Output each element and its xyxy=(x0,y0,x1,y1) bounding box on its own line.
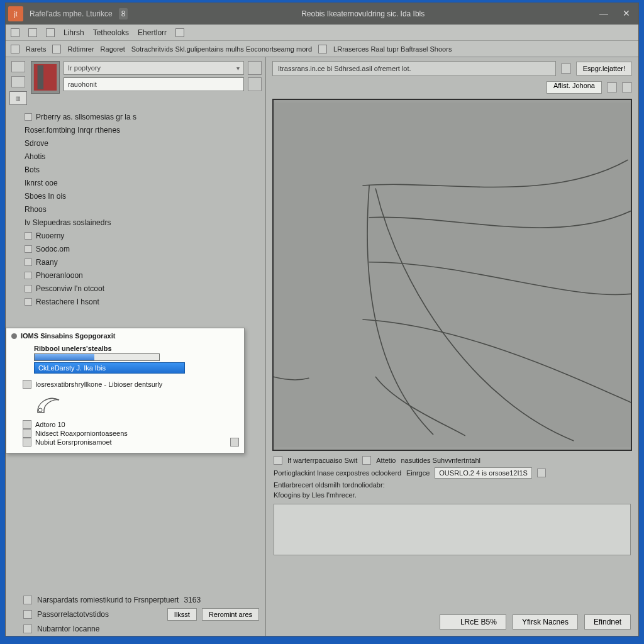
dialog-footer: LRcE B5% Yfirsk Nacnes Efindnet xyxy=(266,609,638,636)
right-pane: Itrassrans.in.ce bi Sdhrsed.asil ofremer… xyxy=(266,57,638,636)
titlebar: jt Rafel'ads mphe. Lturikce 8 Reobis Ike… xyxy=(6,3,638,25)
breadcrumb-text: Itrassrans.in.ce bi Sdhrsed.asil ofremer… xyxy=(278,65,411,72)
close-button[interactable]: ✕ xyxy=(621,8,632,19)
code-field[interactable]: OUSRLO.2 4 is orsose12I1S xyxy=(435,467,532,479)
folder-icon xyxy=(25,258,32,266)
tree-item[interactable]: Rhoos xyxy=(25,204,259,215)
tree-item[interactable]: Sodoc.om xyxy=(25,243,259,255)
comment-textarea[interactable] xyxy=(274,504,631,555)
ribbon-item[interactable]: Ragoret xyxy=(101,45,125,53)
tag-button[interactable]: Espgr.lejatter! xyxy=(576,62,632,75)
minimize-button[interactable]: — xyxy=(598,8,609,19)
menu-item[interactable]: Ehertlorr xyxy=(138,28,167,37)
popup-option[interactable]: Adtoro 10 xyxy=(35,421,65,428)
list-view-icon[interactable] xyxy=(622,82,632,92)
row-label: Narspardats romiestikurid to Frsnperptue… xyxy=(37,596,179,604)
meta-label: Portioglackint Inase cexpostres oclooker… xyxy=(274,469,401,477)
ribbon-item[interactable]: Sotrachritvids Skl.gulipentains mulhs Eo… xyxy=(131,45,312,53)
tree-item[interactable]: Pesconviw I'n otcoot xyxy=(25,283,259,294)
menu-icon-b[interactable] xyxy=(28,28,37,37)
footer-button-1[interactable]: LRcE B5% xyxy=(440,614,506,630)
row-label: Nubarntor Iocanne xyxy=(37,625,99,633)
svg-rect-4 xyxy=(274,103,631,447)
tree-item[interactable]: Prberry as. sllsomesias gr la s xyxy=(25,111,259,123)
row-icon xyxy=(23,596,32,604)
doc-icon xyxy=(23,380,31,389)
chevron-down-icon: ▾ xyxy=(236,65,240,72)
mini-thumbs: ▥ xyxy=(9,61,27,105)
ribbon-icon[interactable] xyxy=(11,45,19,53)
folder-icon xyxy=(25,245,32,253)
filter-stack: Ir poptyory ▾ rauohonit xyxy=(64,61,262,91)
popup-option[interactable]: Nubiut Eorsrpronisamoet xyxy=(35,438,112,446)
footer-button-3[interactable]: Efindnet xyxy=(584,614,631,630)
meta-label: Attetio xyxy=(376,457,396,464)
bullet-icon xyxy=(11,333,17,339)
mini-thumb[interactable] xyxy=(11,76,25,87)
grid-view-icon[interactable] xyxy=(607,82,617,92)
option-icon xyxy=(23,420,31,429)
meta-label: Kfoogins by Lles I'mhrecer. xyxy=(274,491,357,499)
meta-label: Entlarbrecert oldsmilh tordnoliodabr: xyxy=(274,481,385,489)
tree-item[interactable]: Iv Slepuedras soslainedrs xyxy=(25,217,259,228)
menu-icon-a[interactable] xyxy=(11,28,19,37)
tree-item[interactable]: Iknrst ooe xyxy=(25,177,259,189)
ribbon-icon[interactable] xyxy=(318,45,327,53)
popup-option[interactable]: Nidsect Roaxporniontoaseens xyxy=(35,430,128,437)
ribbon-item[interactable]: Rdtimrer xyxy=(67,45,94,53)
combo-value: Ir poptyory xyxy=(68,64,236,72)
sketch-canvas[interactable] xyxy=(274,100,631,450)
ribbon: Rarets Rdtimrer Ragoret Sotrachritvids S… xyxy=(6,41,638,57)
folder-icon xyxy=(25,232,32,240)
category-combo[interactable]: Ir poptyory ▾ xyxy=(64,61,244,75)
menu-item[interactable]: Lihrsh xyxy=(64,28,84,37)
component-tree: Prberry as. sllsomesias gr la s Roser.fo… xyxy=(6,108,265,311)
action-button-a[interactable]: Ilksst xyxy=(167,608,197,621)
tree-item[interactable]: Restachere I hsont xyxy=(25,296,259,308)
tree-item[interactable]: Sboes In ois xyxy=(25,191,259,202)
tree-item[interactable]: Phoeranlooon xyxy=(25,270,259,281)
left-pane: ▥ Ir poptyory ▾ xyxy=(6,57,266,636)
action-button-b[interactable]: Reromint ares xyxy=(202,608,259,621)
expand-icon[interactable] xyxy=(230,438,239,447)
popup-selected-row[interactable]: CkLeDarsty J. Ika Ibis xyxy=(34,362,185,374)
menu-item[interactable]: Tetheoloks xyxy=(93,28,129,37)
breadcrumb-field[interactable]: Itrassrans.in.ce bi Sdhrsed.asil ofremer… xyxy=(272,61,556,76)
meta-label: If warterrpacuaiso Swit xyxy=(287,457,357,464)
popup-title: IOMS Sinsabins Sgopgoraxit xyxy=(21,332,115,340)
small-thumb[interactable]: ▥ xyxy=(9,91,27,105)
tree-item[interactable]: Ruoerny xyxy=(25,230,259,242)
ribbon-item[interactable]: Rarets xyxy=(26,45,46,53)
preview-thumb[interactable] xyxy=(31,61,60,94)
metadata-panel: If warterrpacuaiso Swit Attetio nasutide… xyxy=(266,453,638,501)
menu-icon-c[interactable] xyxy=(46,28,55,37)
popup-header: IOMS Sinsabins Sgopgoraxit xyxy=(11,332,239,342)
btn-icon xyxy=(449,618,457,626)
tree-item[interactable]: Roser.fomtbing Inrqr rthenes xyxy=(25,125,259,136)
view-tab[interactable]: Aflist. Johona xyxy=(547,81,602,94)
menu-icon-d[interactable] xyxy=(175,28,184,37)
popup-node[interactable]: Iosresxatibrshryllkone - Libioser dentsu… xyxy=(35,380,162,388)
tree-item[interactable]: Raany xyxy=(25,257,259,268)
swoosh-icon xyxy=(34,391,64,416)
mini-thumb[interactable] xyxy=(11,61,25,72)
tree-item[interactable]: Sdrove xyxy=(25,138,259,149)
app-icon: jt xyxy=(8,6,23,21)
title-badge: 8 xyxy=(119,8,128,19)
tree-item[interactable]: Ahotis xyxy=(25,151,259,162)
right-tabs: Aflist. Johona xyxy=(266,80,638,97)
popup-node[interactable]: Ribbool unelers'stealbs xyxy=(34,345,239,352)
copy-icon[interactable] xyxy=(537,469,546,477)
footer-button-2[interactable]: Yfirsk Nacnes xyxy=(513,614,578,630)
folder-icon xyxy=(25,298,32,306)
option-icon xyxy=(23,438,31,447)
tree-item[interactable]: Bots xyxy=(25,164,259,175)
progress-fill xyxy=(35,354,94,360)
search-go-button[interactable] xyxy=(248,77,262,91)
filter-icon-button[interactable] xyxy=(248,61,262,75)
breadcrumb-toggle-icon[interactable] xyxy=(561,64,571,74)
ribbon-item[interactable]: LRraserces Raal tupr Baftrasel Shoors xyxy=(333,45,452,53)
search-input[interactable]: rauohonit xyxy=(64,77,244,91)
svg-point-3 xyxy=(38,408,42,412)
ribbon-icon[interactable] xyxy=(52,45,61,53)
